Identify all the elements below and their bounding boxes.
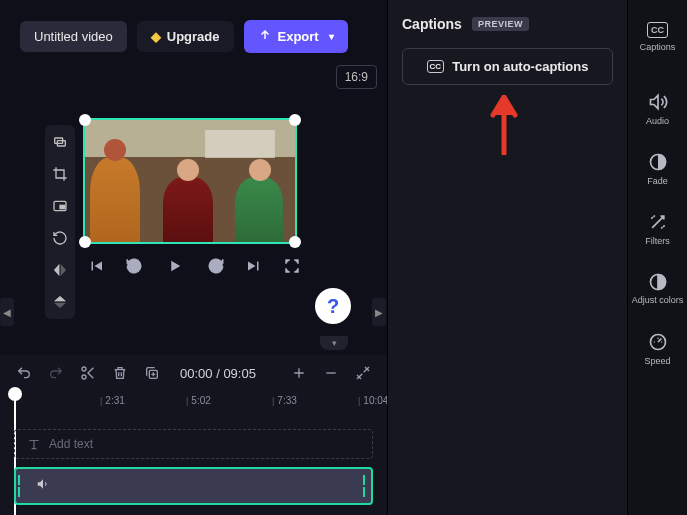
rail-label: Adjust colors: [632, 296, 684, 306]
rail-label: Audio: [646, 116, 669, 126]
chevron-down-icon: ▾: [329, 31, 334, 42]
question-icon: ?: [327, 295, 339, 318]
undo-icon[interactable]: [16, 365, 32, 381]
preview-figure: [163, 177, 213, 242]
gauge-icon: [648, 332, 668, 352]
volume-icon[interactable]: [36, 477, 50, 495]
ruler-tick: 2:31: [100, 395, 125, 406]
rewind-5-icon[interactable]: 5: [123, 255, 145, 277]
clip-trim-right[interactable]: [363, 475, 369, 497]
resize-handle[interactable]: [289, 114, 301, 126]
aspect-ratio-button[interactable]: 16:9: [336, 65, 377, 89]
rail-captions[interactable]: CC Captions: [628, 12, 687, 62]
diamond-icon: ◆: [151, 29, 161, 44]
canvas-tool-rail: [45, 125, 75, 319]
panel-nav-right[interactable]: ▶: [372, 298, 386, 326]
timeline-panel: 00:00 / 09:05 2:31 5:02 7:33 10:04 Add t…: [0, 355, 387, 515]
skip-start-icon[interactable]: [85, 255, 107, 277]
fullscreen-icon[interactable]: [281, 255, 303, 277]
forward-5-icon[interactable]: 5: [205, 255, 227, 277]
fit-icon[interactable]: [355, 365, 371, 381]
upload-icon: [258, 28, 272, 45]
auto-captions-button[interactable]: CC Turn on auto-captions: [402, 48, 613, 85]
svg-point-6: [82, 367, 86, 371]
layers-icon[interactable]: [51, 133, 69, 151]
timeline-toolbar: 00:00 / 09:05: [0, 355, 387, 391]
top-bar: Untitled video ◆ Upgrade Export ▾: [20, 20, 348, 53]
rotate-icon[interactable]: [51, 229, 69, 247]
canvas-selection[interactable]: [83, 118, 297, 244]
speaker-icon: [648, 92, 668, 112]
resize-handle[interactable]: [79, 114, 91, 126]
timeline-time: 00:00 / 09:05: [180, 366, 256, 381]
preview-badge: PREVIEW: [472, 17, 529, 31]
redo-icon: [48, 365, 64, 381]
captions-panel: Captions PREVIEW CC Turn on auto-caption…: [387, 0, 627, 515]
flip-vertical-icon[interactable]: [51, 293, 69, 311]
split-icon[interactable]: [80, 365, 96, 381]
help-button[interactable]: ?: [315, 288, 351, 324]
video-preview: [85, 120, 295, 242]
text-track[interactable]: Add text: [14, 429, 373, 459]
ruler-tick: 7:33: [272, 395, 297, 406]
clip-trim-left[interactable]: [18, 475, 24, 497]
crop-icon[interactable]: [51, 165, 69, 183]
text-icon: [27, 437, 41, 451]
cc-icon: CC: [427, 60, 445, 73]
panel-nav-left[interactable]: ◀: [0, 298, 14, 326]
contrast-icon: [648, 272, 668, 292]
project-title-button[interactable]: Untitled video: [20, 21, 127, 52]
preview-bg-window: [205, 130, 275, 158]
rail-label: Speed: [644, 356, 670, 366]
rail-adjust-colors[interactable]: Adjust colors: [628, 262, 687, 316]
captions-panel-title: Captions: [402, 16, 462, 32]
skip-end-icon[interactable]: [243, 255, 265, 277]
rail-speed[interactable]: Speed: [628, 322, 687, 376]
preview-figure: [235, 177, 283, 242]
resize-handle[interactable]: [289, 236, 301, 248]
flip-horizontal-icon[interactable]: [51, 261, 69, 279]
collapse-timeline-icon[interactable]: ▾: [320, 336, 348, 350]
pip-icon[interactable]: [51, 197, 69, 215]
rail-fade[interactable]: Fade: [628, 142, 687, 196]
rail-label: Fade: [647, 176, 668, 186]
rail-label: Filters: [645, 236, 670, 246]
upgrade-label: Upgrade: [167, 29, 220, 44]
delete-icon[interactable]: [112, 365, 128, 381]
zoom-in-icon[interactable]: [291, 365, 307, 381]
svg-point-7: [82, 375, 86, 379]
resize-handle[interactable]: [79, 236, 91, 248]
properties-rail: CC Captions Audio Fade Filters Adjust co…: [627, 0, 687, 515]
magic-wand-icon: [648, 212, 668, 232]
export-button[interactable]: Export ▾: [244, 20, 348, 53]
auto-captions-label: Turn on auto-captions: [452, 59, 588, 74]
rail-audio[interactable]: Audio: [628, 82, 687, 136]
playback-controls: 5 5: [85, 252, 303, 280]
timeline-ruler[interactable]: 2:31 5:02 7:33 10:04: [14, 391, 387, 413]
video-clip[interactable]: [14, 467, 373, 505]
duplicate-icon[interactable]: [144, 365, 160, 381]
export-label: Export: [278, 29, 319, 44]
text-track-placeholder: Add text: [49, 437, 93, 451]
preview-figure: [90, 157, 140, 242]
play-icon[interactable]: [161, 252, 189, 280]
svg-rect-3: [60, 205, 65, 208]
rail-filters[interactable]: Filters: [628, 202, 687, 256]
zoom-out-icon[interactable]: [323, 365, 339, 381]
ruler-tick: 10:04: [358, 395, 388, 406]
rail-label: Captions: [640, 42, 676, 52]
ruler-tick: 5:02: [186, 395, 211, 406]
cc-icon: CC: [647, 22, 668, 38]
upgrade-button[interactable]: ◆ Upgrade: [137, 21, 234, 52]
fade-icon: [648, 152, 668, 172]
